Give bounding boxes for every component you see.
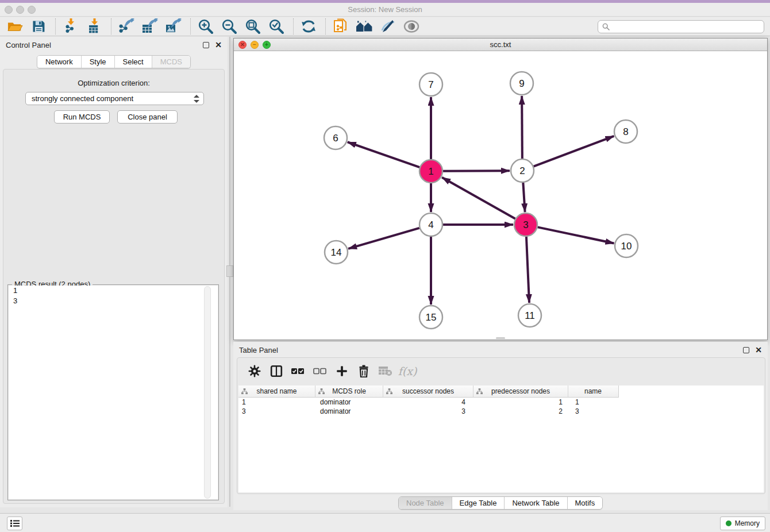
- tab-network-table[interactable]: Network Table: [505, 497, 567, 509]
- delete-column-icon[interactable]: [356, 363, 372, 379]
- graph-node-2[interactable]: 2: [511, 159, 534, 182]
- node-label: 15: [426, 312, 437, 323]
- tab-style[interactable]: Style: [82, 56, 115, 68]
- settings-gear-icon[interactable]: [247, 363, 263, 379]
- list-icon: [10, 519, 20, 527]
- table-row[interactable]: 1dominator411: [238, 398, 764, 407]
- tab-select[interactable]: Select: [115, 56, 152, 68]
- open-folder-icon[interactable]: [6, 18, 24, 35]
- zoom-selected-icon[interactable]: [267, 18, 286, 35]
- close-panel-button[interactable]: Close panel: [117, 110, 178, 124]
- table-close-panel-icon[interactable]: ✕: [755, 347, 762, 353]
- dropdown-selected-value: strongly connected component: [32, 94, 133, 103]
- task-history-button[interactable]: [7, 516, 22, 530]
- table-panel-title: Table Panel: [239, 346, 278, 354]
- edge-3-11[interactable]: [526, 237, 529, 303]
- edge-4-14[interactable]: [348, 228, 419, 249]
- edge-2-3[interactable]: [523, 183, 525, 212]
- add-column-icon[interactable]: [334, 363, 350, 379]
- eye-icon[interactable]: [402, 18, 421, 35]
- houses-icon[interactable]: [355, 18, 374, 35]
- tab-edge-table[interactable]: Edge Table: [452, 497, 505, 509]
- float-panel-icon[interactable]: [203, 42, 209, 48]
- optimization-criterion-label: Optimization criterion:: [3, 79, 224, 87]
- graph-node-4[interactable]: 4: [419, 213, 442, 236]
- edge-2-9[interactable]: [522, 96, 522, 159]
- result-item[interactable]: 3: [9, 296, 218, 306]
- column-type-icon: [386, 388, 392, 396]
- tab-network[interactable]: Network: [37, 56, 82, 68]
- mcds-result-list[interactable]: 13: [9, 286, 218, 499]
- dropdown-stepper-icon: [194, 94, 199, 103]
- refresh-layout-icon[interactable]: [299, 18, 318, 35]
- mcds-result-group: MCDS result (2 nodes) 13: [7, 284, 219, 500]
- column-label: shared name: [256, 387, 297, 395]
- column-header-name[interactable]: name: [568, 385, 618, 397]
- graph-node-7[interactable]: 7: [419, 73, 442, 96]
- column-header-predecessor-nodes[interactable]: predecessor nodes: [473, 385, 568, 397]
- column-header-MCDS-role[interactable]: MCDS role: [315, 385, 383, 397]
- search-input[interactable]: [612, 22, 760, 31]
- network-graph[interactable]: 7968124314101511: [234, 52, 767, 340]
- select-all-checkboxes-icon[interactable]: [290, 363, 306, 379]
- column-header-successor-nodes[interactable]: successor nodes: [383, 385, 473, 397]
- save-icon[interactable]: [29, 18, 48, 35]
- edge-2-8[interactable]: [534, 136, 614, 167]
- app-window: Session: New Session: [0, 0, 770, 532]
- table-tabs: Node TableEdge TableNetwork TableMotifs: [398, 496, 603, 510]
- network-canvas[interactable]: 7968124314101511: [234, 52, 767, 340]
- graph-node-1[interactable]: 1: [419, 160, 442, 183]
- import-table-icon[interactable]: [85, 18, 103, 35]
- close-panel-icon[interactable]: ✕: [215, 42, 222, 48]
- tab-motifs[interactable]: Motifs: [568, 497, 603, 509]
- export-network-icon[interactable]: [117, 18, 136, 35]
- status-bar: Memory: [0, 513, 770, 532]
- node-label: 2: [519, 165, 525, 176]
- import-network-icon[interactable]: [61, 18, 80, 35]
- edge-3-1[interactable]: [442, 178, 515, 219]
- memory-button[interactable]: Memory: [720, 516, 765, 530]
- table-cell: 3: [238, 407, 315, 415]
- search-field[interactable]: [598, 20, 764, 33]
- edge-1-2[interactable]: [443, 171, 510, 171]
- tab-node-table[interactable]: Node Table: [399, 497, 452, 509]
- graph-node-15[interactable]: 15: [419, 306, 442, 329]
- result-scrollbar[interactable]: [204, 286, 211, 499]
- graph-node-3[interactable]: 3: [514, 213, 537, 236]
- optimization-criterion-dropdown[interactable]: strongly connected component: [25, 92, 204, 105]
- clone-network-icon[interactable]: [332, 18, 350, 35]
- style-brush-icon[interactable]: [379, 18, 397, 35]
- table-panel: Table Panel ✕ f(x) shared nameMCDS roles…: [233, 342, 768, 510]
- network-window-titlebar[interactable]: ✕ − + scc.txt: [234, 38, 767, 51]
- export-table-icon[interactable]: [141, 18, 159, 35]
- run-mcds-button[interactable]: Run MCDS: [54, 110, 110, 124]
- table-panel-body: f(x) shared nameMCDS rolesuccessor nodes…: [237, 357, 765, 494]
- network-resize-handle[interactable]: [496, 337, 505, 339]
- zoom-out-icon[interactable]: [220, 18, 238, 35]
- edge-1-6[interactable]: [348, 142, 419, 167]
- split-columns-icon[interactable]: [268, 363, 284, 379]
- node-table[interactable]: shared nameMCDS rolesuccessor nodesprede…: [238, 385, 764, 492]
- graph-node-14[interactable]: 14: [325, 241, 348, 264]
- table-float-panel-icon[interactable]: [743, 347, 749, 353]
- zoom-in-icon[interactable]: [197, 18, 215, 35]
- graph-node-11[interactable]: 11: [518, 304, 541, 327]
- toolbar-separator: [325, 18, 326, 34]
- table-row[interactable]: 3dominator323: [238, 407, 764, 416]
- tab-mcds[interactable]: MCDS: [152, 56, 190, 68]
- zoom-fit-icon[interactable]: [244, 18, 262, 35]
- memory-label: Memory: [735, 519, 760, 527]
- graph-node-9[interactable]: 9: [510, 72, 533, 95]
- node-label: 10: [621, 241, 632, 252]
- export-image-icon[interactable]: [164, 18, 183, 35]
- splitter-grip[interactable]: [226, 265, 233, 277]
- graph-node-10[interactable]: 10: [615, 234, 638, 257]
- edge-3-10[interactable]: [538, 227, 614, 243]
- result-item[interactable]: 1: [9, 286, 218, 296]
- graph-node-6[interactable]: 6: [324, 126, 347, 149]
- table-cell: 3: [383, 407, 473, 415]
- deselect-all-checkboxes-icon[interactable]: [312, 363, 328, 379]
- toolbar-separator: [293, 18, 294, 34]
- graph-node-8[interactable]: 8: [614, 120, 637, 143]
- column-header-shared-name[interactable]: shared name: [238, 385, 315, 397]
